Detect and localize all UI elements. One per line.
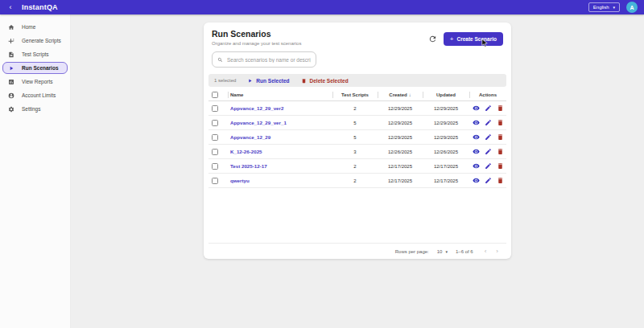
table-body: Appvance_12_29_ver2 2 12/29/2025 12/29/2… bbox=[208, 101, 506, 188]
column-header-name[interactable]: Name bbox=[228, 89, 332, 100]
edit-icon[interactable] bbox=[485, 119, 492, 126]
delete-icon[interactable] bbox=[497, 177, 504, 184]
select-all-checkbox[interactable] bbox=[212, 92, 218, 98]
edit-icon[interactable] bbox=[485, 133, 492, 141]
delete-icon[interactable] bbox=[497, 133, 504, 141]
report-chart-icon bbox=[8, 79, 14, 85]
delete-icon[interactable] bbox=[497, 162, 504, 170]
refresh-icon[interactable] bbox=[428, 35, 437, 43]
sidebar-item-generate-scripts[interactable]: Generate Scripts bbox=[2, 35, 68, 47]
scenario-name-link[interactable]: K_12-26-2025 bbox=[230, 149, 262, 154]
sidebar-item-label: View Reports bbox=[22, 79, 53, 84]
sidebar-item-run-scenarios[interactable]: Run Scenarios bbox=[2, 62, 68, 74]
view-icon[interactable] bbox=[473, 162, 480, 170]
row-checkbox[interactable] bbox=[212, 134, 218, 141]
scenario-name-link[interactable]: qwertyu bbox=[230, 178, 250, 183]
language-select[interactable]: English ▾ bbox=[588, 2, 620, 12]
sidebar-item-label: Account Limits bbox=[22, 92, 56, 98]
view-icon[interactable] bbox=[473, 148, 480, 155]
updated-date: 12/29/2025 bbox=[423, 106, 469, 111]
run-selected-button[interactable]: Run Selected bbox=[247, 78, 289, 84]
rows-per-page-select[interactable]: 10 ▾ bbox=[437, 249, 448, 254]
create-scenario-label: Create Scenario bbox=[457, 36, 497, 42]
test-scripts-count: 2 bbox=[332, 178, 378, 183]
row-checkbox[interactable] bbox=[212, 163, 218, 170]
run-selected-label: Run Selected bbox=[256, 78, 289, 84]
column-header-updated[interactable]: Updated bbox=[423, 89, 469, 100]
edit-icon[interactable] bbox=[485, 105, 492, 112]
selection-bar: 1 selected Run Selected Delete Selected bbox=[208, 74, 506, 87]
search-input[interactable] bbox=[227, 57, 311, 63]
pagination-bar: Rows per page: 10 ▾ 1–6 of 6 ‹ › bbox=[208, 243, 506, 259]
document-icon bbox=[8, 51, 14, 58]
gear-icon bbox=[8, 106, 14, 113]
table-row: Test 2025-12-17 2 12/17/2025 12/17/2025 bbox=[208, 159, 506, 174]
column-header-created-label: Created bbox=[389, 92, 407, 97]
column-header-test-scripts[interactable]: Test Scripts bbox=[332, 89, 378, 100]
delete-selected-button[interactable]: Delete Selected bbox=[301, 78, 349, 84]
delete-icon[interactable] bbox=[497, 105, 504, 112]
test-scripts-count: 5 bbox=[332, 121, 378, 125]
home-icon bbox=[8, 24, 14, 31]
view-icon[interactable] bbox=[473, 133, 480, 141]
create-scenario-button[interactable]: + Create Scenario bbox=[444, 32, 503, 46]
chevron-down-icon: ▾ bbox=[445, 249, 448, 254]
back-icon[interactable]: ‹ bbox=[3, 0, 18, 14]
scenario-name-link[interactable]: Appvance_12_29_ver_1 bbox=[230, 120, 287, 125]
pagination-range: 1–6 of 6 bbox=[456, 249, 473, 254]
app-title: InstantQA bbox=[22, 3, 58, 11]
previous-page-button[interactable]: ‹ bbox=[485, 248, 487, 255]
scenario-name-link[interactable]: Appvance_12_29_ver2 bbox=[230, 105, 283, 111]
test-scripts-count: 3 bbox=[332, 150, 378, 154]
view-icon[interactable] bbox=[473, 105, 480, 112]
sidebar-item-test-scripts[interactable]: Test Scripts bbox=[2, 48, 68, 60]
trash-icon bbox=[301, 78, 307, 84]
created-date: 12/26/2025 bbox=[378, 150, 423, 154]
scenario-name-link[interactable]: Test 2025-12-17 bbox=[230, 163, 267, 169]
created-date: 12/29/2025 bbox=[378, 106, 423, 111]
sidebar-item-label: Run Scenarios bbox=[22, 65, 59, 71]
sidebar-item-home[interactable]: Home bbox=[2, 21, 68, 33]
view-icon[interactable] bbox=[473, 119, 480, 126]
sidebar-item-label: Generate Scripts bbox=[22, 38, 61, 43]
updated-date: 12/29/2025 bbox=[423, 135, 469, 140]
updated-date: 12/29/2025 bbox=[423, 121, 469, 125]
created-date: 12/17/2025 bbox=[378, 164, 423, 169]
sidebar: Home Generate Scripts Test Scripts Run S… bbox=[0, 14, 71, 328]
table-row: Appvance_12_29_ver_1 5 12/29/2025 12/29/… bbox=[208, 116, 506, 130]
table-row: qwertyu 2 12/17/2025 12/17/2025 bbox=[208, 174, 506, 188]
top-header: ‹ InstantQA English ▾ A bbox=[0, 0, 644, 14]
edit-icon[interactable] bbox=[485, 148, 492, 155]
next-page-button[interactable]: › bbox=[496, 248, 498, 255]
row-checkbox[interactable] bbox=[212, 120, 218, 126]
account-icon bbox=[8, 92, 14, 99]
search-box bbox=[212, 51, 316, 68]
edit-icon[interactable] bbox=[485, 162, 492, 170]
delete-icon[interactable] bbox=[497, 148, 504, 155]
row-checkbox[interactable] bbox=[212, 105, 218, 112]
view-icon[interactable] bbox=[473, 177, 480, 184]
chevron-down-icon: ▾ bbox=[613, 5, 615, 10]
table-row: Appvance_12_29 5 12/29/2025 12/29/2025 bbox=[208, 130, 506, 145]
sidebar-item-account-limits[interactable]: Account Limits bbox=[2, 89, 68, 101]
delete-icon[interactable] bbox=[497, 119, 504, 126]
delete-selected-label: Delete Selected bbox=[310, 78, 349, 84]
column-header-created[interactable]: Created ↓ bbox=[378, 89, 423, 100]
scenario-name-link[interactable]: Appvance_12_29 bbox=[230, 134, 270, 140]
page-subtitle: Organize and manage your test scenarios bbox=[212, 41, 301, 46]
table-header-row: Name Test Scripts Created ↓ Updated Acti… bbox=[208, 89, 506, 101]
page-title: Run Scenarios bbox=[212, 29, 301, 39]
test-scripts-count: 2 bbox=[332, 106, 378, 111]
plus-icon: + bbox=[450, 37, 454, 42]
row-checkbox[interactable] bbox=[212, 178, 218, 184]
sidebar-item-view-reports[interactable]: View Reports bbox=[2, 76, 68, 88]
rows-per-page-value: 10 bbox=[437, 249, 443, 254]
play-icon bbox=[247, 78, 253, 84]
avatar[interactable]: A bbox=[626, 2, 638, 13]
edit-icon[interactable] bbox=[485, 177, 492, 184]
search-icon bbox=[217, 57, 223, 63]
row-checkbox[interactable] bbox=[212, 149, 218, 155]
run-scenarios-card: Run Scenarios Organize and manage your t… bbox=[204, 23, 511, 259]
sidebar-item-settings[interactable]: Settings bbox=[2, 103, 68, 115]
column-header-actions: Actions bbox=[469, 89, 506, 100]
